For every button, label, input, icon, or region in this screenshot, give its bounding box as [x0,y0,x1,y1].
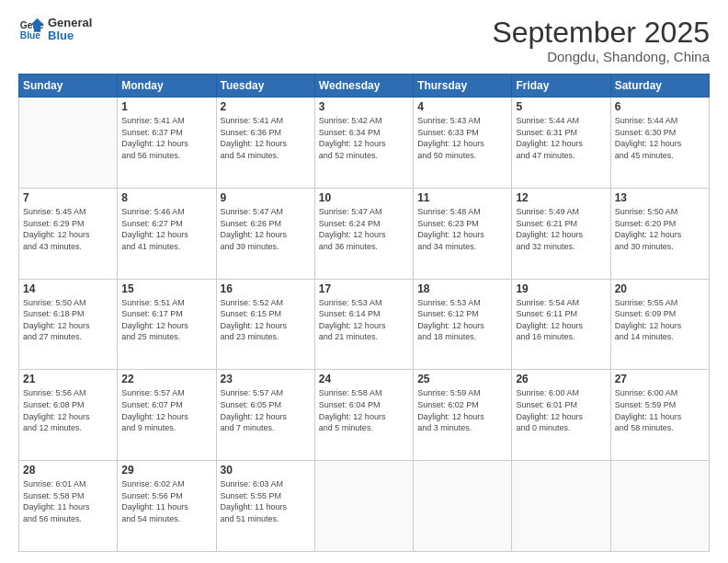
day-number: 20 [615,282,705,295]
calendar-cell [610,461,709,552]
day-number: 4 [417,100,507,113]
calendar-header-row: SundayMondayTuesdayWednesdayThursdayFrid… [19,75,710,98]
calendar-cell: 25Sunrise: 5:59 AM Sunset: 6:02 PM Dayli… [414,370,512,461]
day-info: Sunrise: 5:43 AM Sunset: 6:33 PM Dayligh… [417,115,507,161]
calendar-cell: 21Sunrise: 5:56 AM Sunset: 6:08 PM Dayli… [19,370,118,461]
day-number: 12 [516,191,606,204]
day-info: Sunrise: 5:55 AM Sunset: 6:09 PM Dayligh… [615,297,705,343]
day-number: 24 [319,373,409,385]
calendar-cell: 19Sunrise: 5:54 AM Sunset: 6:11 PM Dayli… [512,279,610,370]
day-info: Sunrise: 6:02 AM Sunset: 5:56 PM Dayligh… [121,478,211,524]
logo-line2: Blue [48,29,92,42]
calendar-cell: 9Sunrise: 5:47 AM Sunset: 6:26 PM Daylig… [216,188,314,279]
logo: General Blue General Blue [18,17,92,43]
svg-text:Blue: Blue [20,31,41,41]
calendar-cell: 6Sunrise: 5:44 AM Sunset: 6:30 PM Daylig… [610,98,709,189]
day-info: Sunrise: 5:57 AM Sunset: 6:07 PM Dayligh… [121,387,211,433]
calendar-cell: 7Sunrise: 5:45 AM Sunset: 6:29 PM Daylig… [19,188,118,279]
day-info: Sunrise: 5:52 AM Sunset: 6:15 PM Dayligh… [221,297,311,343]
calendar-cell: 16Sunrise: 5:52 AM Sunset: 6:15 PM Dayli… [216,279,314,370]
day-info: Sunrise: 6:01 AM Sunset: 5:58 PM Dayligh… [23,478,113,524]
calendar-cell: 23Sunrise: 5:57 AM Sunset: 6:05 PM Dayli… [216,370,314,461]
day-number: 15 [121,282,211,295]
weekday-header: Sunday [19,75,118,98]
day-number: 26 [516,373,606,385]
calendar-cell: 30Sunrise: 6:03 AM Sunset: 5:55 PM Dayli… [216,461,314,552]
calendar-cell: 13Sunrise: 5:50 AM Sunset: 6:20 PM Dayli… [610,188,709,279]
day-info: Sunrise: 5:56 AM Sunset: 6:08 PM Dayligh… [23,387,113,433]
calendar-cell: 18Sunrise: 5:53 AM Sunset: 6:12 PM Dayli… [414,279,512,370]
logo-icon: General Blue [18,17,44,42]
day-info: Sunrise: 5:41 AM Sunset: 6:37 PM Dayligh… [121,115,211,161]
day-info: Sunrise: 6:00 AM Sunset: 5:59 PM Dayligh… [615,387,705,433]
calendar-cell: 5Sunrise: 5:44 AM Sunset: 6:31 PM Daylig… [512,98,610,189]
day-number: 3 [319,100,409,113]
calendar-week-row: 1Sunrise: 5:41 AM Sunset: 6:37 PM Daylig… [19,98,710,189]
calendar-cell [314,461,413,552]
calendar-cell: 22Sunrise: 5:57 AM Sunset: 6:07 PM Dayli… [118,370,216,461]
page: General Blue General Blue September 2025… [0,0,728,563]
logo-line1: General [48,17,92,29]
day-number: 17 [319,282,409,295]
calendar-cell [512,461,610,552]
day-info: Sunrise: 5:48 AM Sunset: 6:23 PM Dayligh… [417,206,507,252]
day-number: 29 [121,464,211,477]
month-title: September 2025 [492,17,710,49]
calendar-body: 1Sunrise: 5:41 AM Sunset: 6:37 PM Daylig… [19,98,710,552]
calendar-cell: 8Sunrise: 5:46 AM Sunset: 6:27 PM Daylig… [118,188,216,279]
day-info: Sunrise: 5:42 AM Sunset: 6:34 PM Dayligh… [319,115,409,161]
location: Dongdu, Shandong, China [492,49,710,64]
header: General Blue General Blue September 2025… [18,17,710,64]
day-number: 8 [121,191,211,204]
day-info: Sunrise: 6:00 AM Sunset: 6:01 PM Dayligh… [516,387,606,433]
day-info: Sunrise: 5:47 AM Sunset: 6:24 PM Dayligh… [319,206,409,252]
calendar-week-row: 7Sunrise: 5:45 AM Sunset: 6:29 PM Daylig… [19,188,710,279]
day-info: Sunrise: 5:53 AM Sunset: 6:14 PM Dayligh… [319,297,409,343]
day-number: 5 [516,100,606,113]
title-block: September 2025 Dongdu, Shandong, China [492,17,710,64]
day-number: 30 [221,464,311,477]
calendar-cell: 24Sunrise: 5:58 AM Sunset: 6:04 PM Dayli… [314,370,413,461]
calendar-cell: 1Sunrise: 5:41 AM Sunset: 6:37 PM Daylig… [118,98,216,189]
day-info: Sunrise: 5:54 AM Sunset: 6:11 PM Dayligh… [516,297,606,343]
day-number: 11 [417,191,507,204]
day-info: Sunrise: 5:59 AM Sunset: 6:02 PM Dayligh… [417,387,507,433]
day-number: 7 [23,191,113,204]
day-info: Sunrise: 5:47 AM Sunset: 6:26 PM Dayligh… [221,206,311,252]
day-info: Sunrise: 5:50 AM Sunset: 6:18 PM Dayligh… [23,297,113,343]
day-info: Sunrise: 5:58 AM Sunset: 6:04 PM Dayligh… [319,387,409,433]
day-info: Sunrise: 5:46 AM Sunset: 6:27 PM Dayligh… [121,206,211,252]
calendar-cell: 17Sunrise: 5:53 AM Sunset: 6:14 PM Dayli… [314,279,413,370]
day-number: 19 [516,282,606,295]
day-number: 28 [23,464,113,477]
weekday-header: Monday [118,75,216,98]
calendar-cell: 15Sunrise: 5:51 AM Sunset: 6:17 PM Dayli… [118,279,216,370]
day-number: 9 [221,191,311,204]
calendar-cell [414,461,512,552]
weekday-header: Tuesday [216,75,314,98]
weekday-header: Wednesday [314,75,413,98]
day-number: 13 [615,191,705,204]
day-number: 10 [319,191,409,204]
day-info: Sunrise: 5:50 AM Sunset: 6:20 PM Dayligh… [615,206,705,252]
calendar-cell: 12Sunrise: 5:49 AM Sunset: 6:21 PM Dayli… [512,188,610,279]
day-number: 2 [221,100,311,113]
day-info: Sunrise: 5:41 AM Sunset: 6:36 PM Dayligh… [221,115,311,161]
day-number: 1 [121,100,211,113]
weekday-header: Thursday [414,75,512,98]
calendar-cell: 20Sunrise: 5:55 AM Sunset: 6:09 PM Dayli… [610,279,709,370]
calendar-cell: 2Sunrise: 5:41 AM Sunset: 6:36 PM Daylig… [216,98,314,189]
weekday-header: Friday [512,75,610,98]
day-info: Sunrise: 5:45 AM Sunset: 6:29 PM Dayligh… [23,206,113,252]
calendar-table: SundayMondayTuesdayWednesdayThursdayFrid… [18,74,710,552]
day-number: 18 [417,282,507,295]
day-number: 23 [221,373,311,385]
calendar-cell: 26Sunrise: 6:00 AM Sunset: 6:01 PM Dayli… [512,370,610,461]
calendar-cell: 10Sunrise: 5:47 AM Sunset: 6:24 PM Dayli… [314,188,413,279]
calendar-week-row: 21Sunrise: 5:56 AM Sunset: 6:08 PM Dayli… [19,370,710,461]
day-info: Sunrise: 5:53 AM Sunset: 6:12 PM Dayligh… [417,297,507,343]
day-info: Sunrise: 5:44 AM Sunset: 6:30 PM Dayligh… [615,115,705,161]
day-info: Sunrise: 5:57 AM Sunset: 6:05 PM Dayligh… [221,387,311,433]
day-number: 16 [221,282,311,295]
day-number: 22 [121,373,211,385]
